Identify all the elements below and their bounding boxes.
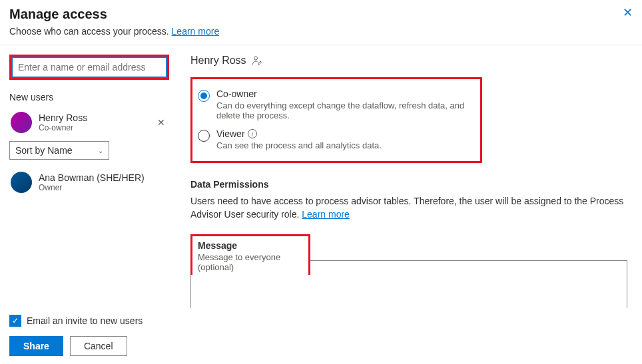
user-name: Ana Bowman (SHE/HER) [39,172,168,183]
radio-unchecked[interactable] [198,130,210,142]
radio-checked[interactable] [198,90,210,102]
selected-user-header: Henry Ross [190,55,629,67]
remove-user-icon[interactable]: ✕ [155,114,168,130]
info-icon[interactable]: i [248,129,257,138]
dialog-footer: ✓ Email an invite to new users Share Can… [0,308,642,364]
new-user-row[interactable]: Henry Ross Co-owner ✕ [9,109,169,136]
search-input[interactable] [11,57,167,78]
new-users-label: New users [9,92,169,102]
dialog-header: Manage access Choose who can access your… [0,0,642,42]
chevron-down-icon: ⌄ [98,147,103,154]
sort-label: Sort by Name [15,145,73,156]
learn-more-link[interactable]: Learn more [172,26,220,37]
role-title: Viewer i [216,128,382,139]
avatar [11,172,32,193]
message-highlight-box: Message Message to everyone (optional) [190,234,310,275]
message-placeholder-preview: Message to everyone (optional) [198,252,303,272]
email-invite-row[interactable]: ✓ Email an invite to new users [9,315,633,327]
avatar [11,112,32,133]
share-button[interactable]: Share [9,336,63,356]
selected-user-name: Henry Ross [190,55,246,67]
role-desc: Can see the process and all analytics da… [216,140,382,150]
left-panel: New users Henry Ross Co-owner ✕ Sort by … [0,45,178,323]
svg-point-0 [254,57,257,60]
checkbox-checked[interactable]: ✓ [9,315,21,327]
user-name: Henry Ross [39,112,148,123]
role-option-viewer[interactable]: Viewer i Can see the process and all ana… [196,124,476,154]
close-icon[interactable]: ✕ [623,7,633,19]
role-title: Co-owner [216,89,475,99]
permissions-text: Users need to have access to process adv… [190,195,629,221]
message-label: Message [198,240,303,251]
permissions-learn-more-link[interactable]: Learn more [302,209,350,220]
dialog-title: Manage access [9,7,631,22]
cancel-button[interactable]: Cancel [70,336,127,356]
email-invite-label: Email an invite to new users [27,315,143,326]
right-panel: Henry Ross Co-owner Can do everything ex… [178,45,642,323]
data-permissions-section: Data Permissions Users need to have acce… [190,179,629,221]
roles-highlight-box: Co-owner Can do everything except change… [190,77,482,163]
role-desc: Can do everything except change the data… [216,100,475,120]
user-role: Co-owner [39,123,148,132]
dialog-subtitle: Choose who can access your process. Lear… [9,26,631,37]
permissions-title: Data Permissions [190,179,629,190]
search-highlight-box [9,55,169,80]
person-edit-icon [252,55,262,66]
user-role: Owner [39,183,168,192]
existing-user-row[interactable]: Ana Bowman (SHE/HER) Owner [9,169,169,196]
sort-dropdown[interactable]: Sort by Name ⌄ [9,141,109,160]
role-option-coowner[interactable]: Co-owner Can do everything except change… [196,85,476,124]
